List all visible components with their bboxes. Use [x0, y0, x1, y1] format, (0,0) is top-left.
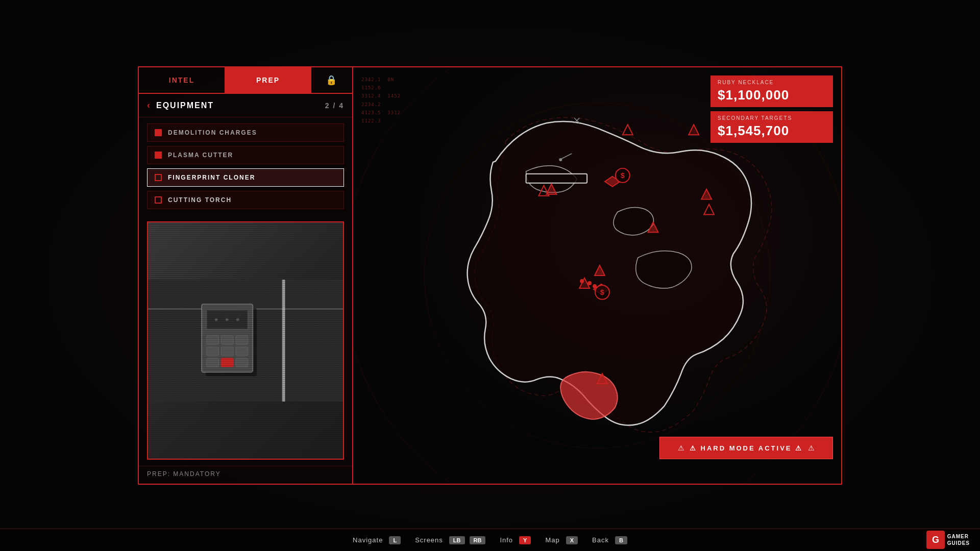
- ruby-necklace-value: $1,100,000: [718, 87, 826, 103]
- nav-info-key: Y: [519, 536, 531, 544]
- checkbox-fingerprint: [155, 174, 162, 181]
- nav-screens: Screens LB RB: [415, 536, 485, 544]
- equip-label-plasma: PLASMA CUTTER: [168, 152, 233, 159]
- checkbox-plasma: [155, 152, 162, 159]
- svg-rect-23: [282, 280, 285, 402]
- svg-rect-18: [236, 358, 248, 367]
- svg-rect-17: [221, 358, 233, 367]
- warning-icon-right: ⚠: [808, 444, 815, 452]
- back-arrow-icon[interactable]: ‹: [147, 100, 151, 111]
- nav-navigate: Navigate L: [353, 536, 401, 544]
- tab-intel[interactable]: INTEL: [139, 67, 225, 93]
- svg-point-7: [215, 318, 218, 321]
- equipment-header: ‹ EQUIPMENT 2 / 4: [139, 94, 352, 117]
- svg-rect-16: [207, 358, 219, 367]
- secondary-targets-value: $1,545,700: [718, 123, 826, 139]
- hard-mode-text: ⚠ HARD MODE ACTIVE ⚠: [690, 444, 803, 452]
- svg-rect-6: [208, 311, 247, 328]
- preview-area: [147, 221, 344, 460]
- svg-text:G: G: [932, 535, 939, 545]
- svg-point-46: [593, 284, 597, 288]
- nav-back-label: Back: [592, 536, 609, 544]
- nav-screens-label: Screens: [415, 536, 443, 544]
- right-panel: 2342.1 ON 1152.6 3312.4 1452 2234.2 4123…: [353, 67, 841, 484]
- secondary-targets-box: SECONDARY TARGETS $1,545,700: [710, 111, 833, 143]
- equip-label-cutting: CUTTING TORCH: [168, 196, 232, 204]
- equip-label-fingerprint: FINGERPRINT CLONER: [168, 174, 255, 181]
- equip-item-cutting[interactable]: CUTTING TORCH: [147, 191, 344, 209]
- checkbox-cutting: [155, 196, 162, 204]
- svg-rect-5: [207, 310, 248, 329]
- prep-mandatory-label: PREP: MANDATORY: [139, 466, 352, 484]
- tabs-row: INTEL PREP 🔒: [139, 67, 352, 94]
- svg-rect-27: [526, 174, 587, 183]
- lock-icon: 🔒: [326, 74, 338, 86]
- nav-map-label: Map: [545, 536, 559, 544]
- equipment-title: EQUIPMENT: [156, 101, 214, 110]
- tab-lock[interactable]: 🔒: [311, 67, 352, 93]
- nav-back-key: B: [615, 536, 627, 544]
- nav-map: Map X: [545, 536, 578, 544]
- equip-item-plasma[interactable]: PLASMA CUTTER: [147, 146, 344, 164]
- checkbox-demolition: [155, 129, 162, 136]
- nav-navigate-key: L: [389, 536, 401, 544]
- bottom-nav-bar: Navigate L Screens LB RB Info Y Map X Ba…: [0, 529, 980, 551]
- hard-mode-banner: ⚠ ⚠ HARD MODE ACTIVE ⚠ ⚠: [659, 437, 833, 459]
- svg-rect-3: [206, 308, 257, 377]
- noise-overlay: [148, 222, 343, 459]
- info-boxes: RUBY NECKLACE $1,100,000 SECONDARY TARGE…: [710, 76, 833, 143]
- ruby-necklace-label: RUBY NECKLACE: [718, 80, 826, 85]
- svg-point-9: [236, 318, 239, 321]
- left-panel: INTEL PREP 🔒 ‹ EQUIPMENT 2 / 4 DEMO: [139, 67, 353, 484]
- preview-svg: [148, 222, 343, 459]
- watermark-logo: G: [926, 531, 945, 549]
- equip-label-demolition: DEMOLITION CHARGES: [168, 129, 257, 136]
- secondary-targets-label: SECONDARY TARGETS: [718, 115, 826, 121]
- svg-rect-11: [221, 336, 233, 344]
- surveillance-photo: [148, 222, 343, 459]
- outer-frame: INTEL PREP 🔒 ‹ EQUIPMENT 2 / 4 DEMO: [0, 0, 980, 551]
- svg-text:$: $: [621, 171, 625, 180]
- svg-point-8: [226, 318, 229, 321]
- svg-rect-12: [236, 336, 248, 344]
- ui-container: INTEL PREP 🔒 ‹ EQUIPMENT 2 / 4 DEMO: [138, 66, 842, 485]
- svg-point-48: [559, 158, 562, 161]
- nav-map-key: X: [566, 536, 578, 544]
- nav-back: Back B: [592, 536, 627, 544]
- svg-text:$: $: [600, 288, 604, 296]
- nav-info: Info Y: [500, 536, 531, 544]
- wall-surface: [148, 222, 343, 459]
- equipment-count: 2 / 4: [325, 102, 344, 110]
- svg-point-45: [587, 281, 592, 285]
- svg-point-44: [580, 279, 584, 283]
- tab-prep[interactable]: PREP: [225, 67, 311, 93]
- svg-rect-15: [236, 347, 248, 356]
- svg-rect-14: [221, 347, 233, 356]
- nav-screens-lb: LB: [449, 536, 465, 544]
- equipment-list: DEMOLITION CHARGES PLASMA CUTTER FINGERP…: [139, 117, 352, 215]
- equip-item-demolition[interactable]: DEMOLITION CHARGES: [147, 123, 344, 142]
- warning-icon-left: ⚠: [678, 444, 684, 452]
- watermark-text: GAMER GUIDES: [947, 533, 970, 546]
- ruby-necklace-box: RUBY NECKLACE $1,100,000: [710, 76, 833, 107]
- map-area: 2342.1 ON 1152.6 3312.4 1452 2234.2 4123…: [353, 67, 841, 484]
- watermark: G GAMER GUIDES: [926, 531, 970, 549]
- equip-item-fingerprint[interactable]: FINGERPRINT CLONER: [147, 168, 344, 187]
- nav-screens-rb: RB: [470, 536, 486, 544]
- svg-rect-13: [207, 347, 219, 356]
- svg-rect-4: [202, 304, 253, 372]
- svg-rect-0: [148, 280, 343, 402]
- nav-info-label: Info: [500, 536, 513, 544]
- nav-navigate-label: Navigate: [353, 536, 383, 544]
- svg-marker-28: [623, 124, 633, 135]
- svg-rect-10: [207, 336, 219, 344]
